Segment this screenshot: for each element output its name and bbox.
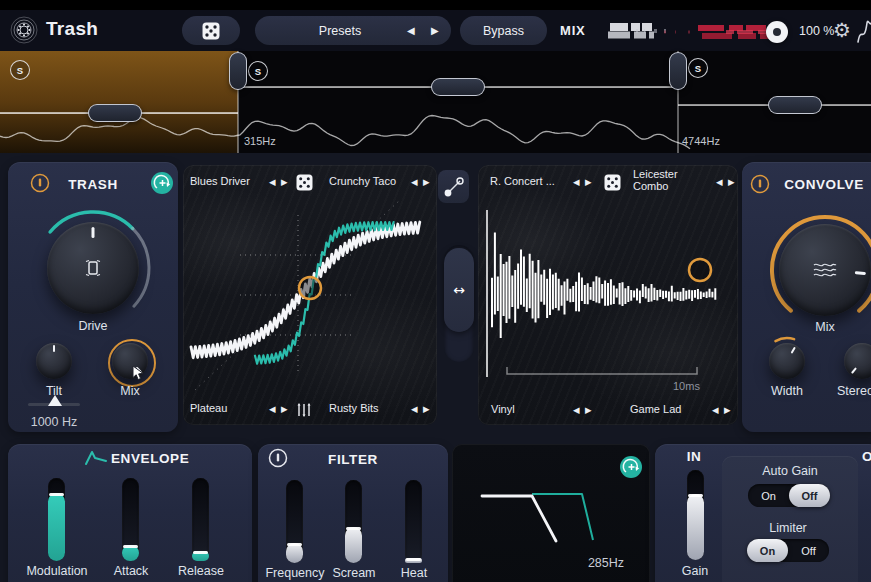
preset-prev-button[interactable]: ◀ [407,25,415,37]
shaper-br-next[interactable]: ▶ [423,403,430,415]
band3-solo-button[interactable]: S [688,58,708,78]
band-strip: S S S 315Hz 4744Hz [0,51,871,153]
convolve-mix-label: Mix [795,320,855,334]
scream-slider[interactable] [345,480,362,563]
out-title: OUT [862,449,871,464]
presets-button[interactable]: Presets ◀ ▶ [255,16,451,45]
shaper-bl-next[interactable]: ▶ [281,403,288,415]
in-gain-fill [687,494,704,560]
left-right-arrows-icon: ↔ [453,282,465,298]
band1-solo-button[interactable]: S [10,60,30,80]
convolve-power-icon[interactable] [750,174,770,194]
width-knob[interactable] [769,343,805,379]
transfer-curve-graph [183,165,437,425]
stereoize-label: Stereoize [837,384,871,398]
limiter-on[interactable]: On [747,539,788,562]
stereoize-knob[interactable] [844,343,871,379]
mix-slider-thumb[interactable] [766,21,788,43]
wave-icon [813,261,837,279]
ir-time-scale: 10ms [673,380,700,392]
band2-solo-button[interactable]: S [248,61,268,81]
presets-label: Presets [255,24,425,38]
convolve-module: CONVOLVE Mix Width Stereoize [742,162,871,432]
ir-br-prev[interactable]: ◀ [712,404,719,416]
shaper-style-bottom-left[interactable]: Plateau [190,402,227,414]
shaper-br-prev[interactable]: ◀ [411,403,418,415]
envelope-title: ENVELOPE [111,451,189,466]
filter-module: FILTER Frequency Scream Heat [258,444,448,582]
limiter-off[interactable]: Off [788,539,829,562]
heat-slider[interactable] [405,480,422,563]
crossover-high-value: 4744Hz [682,135,720,147]
ir-bottom-right-selector[interactable]: Game Lad [630,403,681,415]
attack-fill [122,545,139,561]
waveshaper-display: Blues Driver ◀ ▶ Crunchy Taco ◀ ▶ Platea… [183,165,437,425]
envelope-module: ENVELOPE Modulation Attack Release [8,444,252,582]
tilt-slider-thumb[interactable] [48,395,62,406]
ir-bl-prev[interactable]: ◀ [573,404,580,416]
band-strip-graph [0,51,871,153]
shaper-bl-prev[interactable]: ◀ [269,403,276,415]
width-label: Width [757,384,817,398]
filter-title: FILTER [258,452,448,467]
curve-edit-button[interactable] [438,170,469,203]
modulation-slider[interactable] [48,478,65,561]
izotope-logo-icon [8,14,40,46]
faders-icon[interactable] [296,402,312,418]
convolve-mix-knob[interactable] [779,224,871,316]
tilt-knob[interactable] [36,343,72,379]
auto-gain-on[interactable]: On [748,484,789,507]
heat-fill [405,558,422,563]
tilt-value: 1000 Hz [18,415,90,429]
modulation-fill [48,493,65,561]
band2-gain-handle[interactable] [431,78,485,96]
preset-next-button[interactable]: ▶ [431,25,439,37]
release-label: Release [156,564,246,578]
bypass-button[interactable]: Bypass [460,16,547,45]
convolve-display: R. Concert ... ◀ ▶ Leicester Combo ◀ ▶ 1… [478,165,738,425]
limiter-label: Limiter [743,521,833,535]
trash-modulate-button[interactable] [151,172,173,194]
auto-gain-toggle[interactable]: On Off [748,484,830,507]
trash-mix-label: Mix [100,384,160,398]
band-low-region [0,51,238,153]
mix-thumb-dot [773,28,781,36]
limiter-toggle[interactable]: On Off [747,539,829,562]
convolve-title: CONVOLVE [772,177,871,192]
ir-bottom-left-selector[interactable]: Vinyl [491,403,515,415]
crossover-low-value: 315Hz [244,135,276,147]
band3-gain-handle[interactable] [768,96,822,114]
drive-knob[interactable] [47,222,139,314]
release-slider[interactable] [192,478,209,561]
release-fill [192,551,209,561]
scream-fill [345,527,362,563]
morph-slider-handle[interactable]: ↔ [444,248,474,332]
randomize-preset-button[interactable] [182,16,240,45]
convolve-handle[interactable] [689,259,711,281]
drive-label: Drive [8,319,178,333]
shaper-style-bottom-right[interactable]: Rusty Bits [329,402,379,414]
ir-br-next[interactable]: ▶ [724,404,731,416]
crossover-high-handle[interactable] [669,52,687,90]
mix-label: MIX [560,23,586,38]
auto-gain-off[interactable]: Off [789,484,830,507]
node-line-icon [438,170,469,203]
band1-gain-handle[interactable] [88,104,142,122]
mouse-cursor [132,365,145,381]
ir-bl-next[interactable]: ▶ [585,404,592,416]
gain-options-group: Auto Gain On Off Limiter On Off [722,456,858,582]
frequency-slider[interactable] [286,480,303,563]
frequency-fill [286,543,303,563]
in-gain-label: Gain [665,564,725,578]
shaper-drive-handle[interactable] [299,277,321,299]
crossover-low-handle[interactable] [229,52,247,90]
in-gain-slider[interactable] [687,470,704,560]
signature-scribble-icon[interactable] [855,15,871,47]
titlebar: Trash Presets ◀ ▶ Bypass MIX [0,10,871,51]
global-mix-slider[interactable] [606,19,798,45]
trash-plugin-window: Trash Presets ◀ ▶ Bypass MIX [0,0,871,582]
attack-slider[interactable] [122,478,139,561]
trash-module: TRASH Drive Tilt Mix [8,162,178,432]
settings-gear-icon[interactable]: ⚙ [833,18,851,42]
distortion-icon [82,257,104,279]
